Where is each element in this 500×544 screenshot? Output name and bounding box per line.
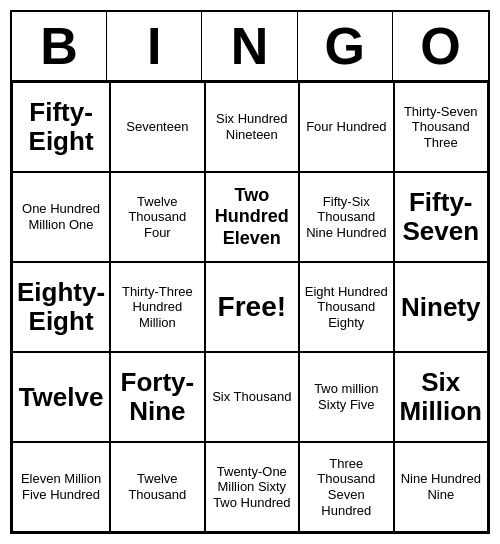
bingo-header: BINGO <box>12 12 488 82</box>
bingo-cell-15: Twelve <box>12 352 110 442</box>
bingo-cell-24: Nine Hundred Nine <box>394 442 488 532</box>
bingo-cell-2: Six Hundred Nineteen <box>205 82 299 172</box>
bingo-cell-0: Fifty-Eight <box>12 82 110 172</box>
header-letter: G <box>298 12 393 80</box>
bingo-cell-12: Free! <box>205 262 299 352</box>
bingo-cell-9: Fifty-Seven <box>394 172 488 262</box>
bingo-card: BINGO Fifty-EightSeventeenSix Hundred Ni… <box>10 10 490 534</box>
header-letter: O <box>393 12 488 80</box>
bingo-cell-1: Seventeen <box>110 82 204 172</box>
header-letter: I <box>107 12 202 80</box>
bingo-cell-8: Fifty-Six Thousand Nine Hundred <box>299 172 393 262</box>
bingo-cell-17: Six Thousand <box>205 352 299 442</box>
bingo-grid: Fifty-EightSeventeenSix Hundred Nineteen… <box>12 82 488 532</box>
bingo-cell-6: Twelve Thousand Four <box>110 172 204 262</box>
bingo-cell-20: Eleven Million Five Hundred <box>12 442 110 532</box>
bingo-cell-18: Two million Sixty Five <box>299 352 393 442</box>
bingo-cell-10: Eighty-Eight <box>12 262 110 352</box>
bingo-cell-7: Two Hundred Eleven <box>205 172 299 262</box>
header-letter: B <box>12 12 107 80</box>
bingo-cell-5: One Hundred Million One <box>12 172 110 262</box>
bingo-cell-23: Three Thousand Seven Hundred <box>299 442 393 532</box>
bingo-cell-16: Forty-Nine <box>110 352 204 442</box>
bingo-cell-22: Twenty-One Million Sixty Two Hundred <box>205 442 299 532</box>
bingo-cell-4: Thirty-Seven Thousand Three <box>394 82 488 172</box>
bingo-cell-11: Thirty-Three Hundred Million <box>110 262 204 352</box>
bingo-cell-3: Four Hundred <box>299 82 393 172</box>
bingo-cell-14: Ninety <box>394 262 488 352</box>
header-letter: N <box>202 12 297 80</box>
bingo-cell-19: Six Million <box>394 352 488 442</box>
bingo-cell-13: Eight Hundred Thousand Eighty <box>299 262 393 352</box>
bingo-cell-21: Twelve Thousand <box>110 442 204 532</box>
